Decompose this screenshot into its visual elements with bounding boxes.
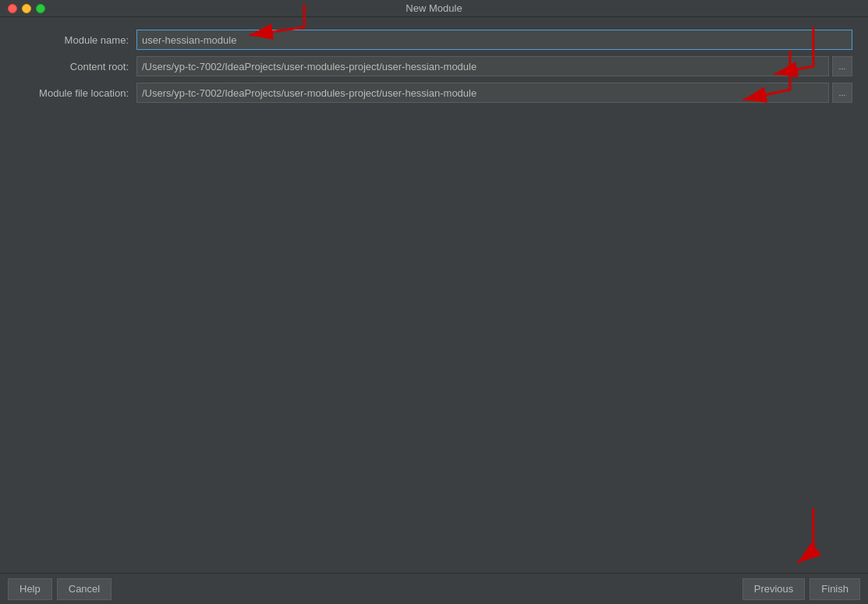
module-name-input-wrapper — [136, 30, 852, 50]
cancel-button[interactable]: Cancel — [57, 578, 112, 600]
help-button[interactable]: Help — [8, 578, 52, 600]
bottom-bar: Help Cancel Previous Finish — [0, 573, 868, 604]
module-file-location-input[interactable] — [136, 83, 829, 103]
title-bar: New Module — [0, 0, 868, 17]
bottom-left-buttons: Help Cancel — [8, 578, 112, 600]
previous-button[interactable]: Previous — [742, 578, 806, 600]
content-root-input-wrapper: ... — [136, 56, 852, 76]
arrow-finish — [751, 500, 845, 581]
close-button[interactable] — [8, 4, 17, 13]
module-name-input[interactable] — [136, 30, 852, 50]
module-file-location-browse-button[interactable]: ... — [832, 83, 852, 103]
content-root-browse-button[interactable]: ... — [832, 56, 852, 76]
module-name-row: Module name: — [16, 30, 852, 50]
finish-button[interactable]: Finish — [810, 578, 860, 600]
content-root-row: Content root: ... — [16, 56, 852, 76]
module-file-location-row: Module file location: ... — [16, 83, 852, 103]
maximize-button[interactable] — [36, 4, 45, 13]
window-title: New Module — [406, 2, 462, 14]
content-root-label: Content root: — [16, 61, 136, 72]
module-file-location-input-wrapper: ... — [136, 83, 852, 103]
dialog-content: Module name: Content root: ... Module fi… — [0, 17, 868, 122]
module-file-location-label: Module file location: — [16, 87, 136, 99]
traffic-lights — [8, 4, 45, 13]
bottom-right-buttons: Previous Finish — [742, 578, 860, 600]
module-name-label: Module name: — [16, 34, 136, 46]
minimize-button[interactable] — [22, 4, 31, 13]
content-root-input[interactable] — [136, 56, 829, 76]
